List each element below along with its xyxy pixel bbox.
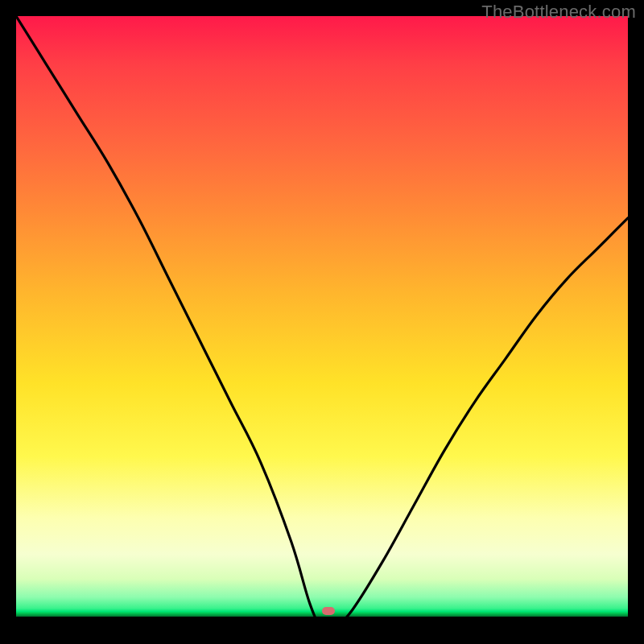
chart-frame: TheBottleneck.com [0,0,644,644]
watermark-text: TheBottleneck.com [481,2,636,23]
bottleneck-curve [16,16,628,628]
curve-path [16,16,628,628]
valley-marker [322,607,335,615]
plot-area [16,16,628,628]
